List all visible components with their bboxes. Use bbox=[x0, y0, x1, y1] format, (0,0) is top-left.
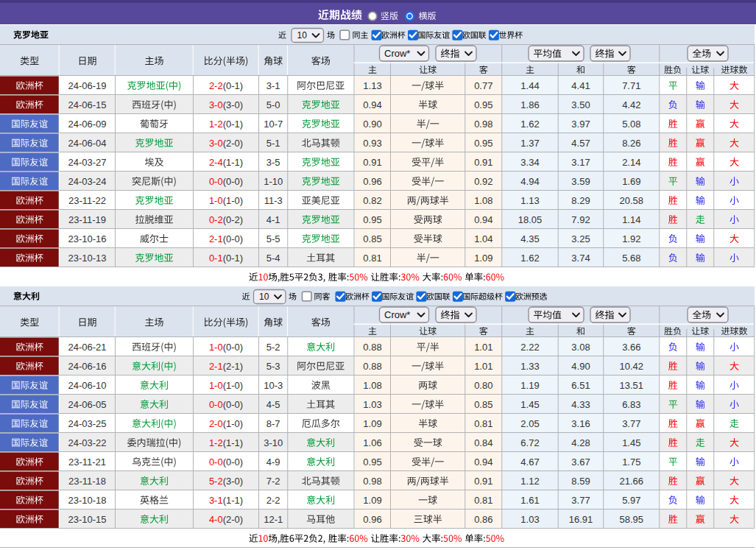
svg-text:7-2: 7-2 bbox=[266, 476, 280, 487]
svg-text:0.91: 0.91 bbox=[474, 476, 492, 487]
svg-text:24-06-04: 24-06-04 bbox=[68, 138, 106, 149]
svg-text:24-06-09: 24-06-09 bbox=[68, 119, 106, 130]
svg-text:24-03-24: 24-03-24 bbox=[68, 176, 106, 187]
svg-text:4.94: 4.94 bbox=[520, 176, 539, 187]
svg-text:0.85: 0.85 bbox=[474, 399, 492, 410]
svg-text:3.50: 3.50 bbox=[571, 99, 590, 110]
svg-text:1.33: 1.33 bbox=[520, 361, 539, 372]
svg-text:2-0(1-0): 2-0(1-0) bbox=[209, 418, 243, 429]
svg-text:12-1: 12-1 bbox=[264, 514, 283, 525]
svg-text:5-5: 5-5 bbox=[266, 233, 280, 244]
svg-text:0.85: 0.85 bbox=[363, 233, 381, 244]
svg-text:0.91: 0.91 bbox=[474, 157, 492, 168]
svg-text:3-0(3-0): 3-0(3-0) bbox=[209, 99, 243, 110]
svg-text:1.75: 1.75 bbox=[622, 456, 640, 468]
svg-text:3.77: 3.77 bbox=[571, 495, 590, 506]
svg-text:58.95: 58.95 bbox=[620, 514, 644, 525]
svg-text:0.95: 0.95 bbox=[474, 138, 492, 149]
svg-text:0.95: 0.95 bbox=[474, 99, 492, 110]
svg-text:0.81: 0.81 bbox=[474, 495, 492, 506]
svg-text:24-06-16: 24-06-16 bbox=[68, 361, 106, 372]
svg-text:1.62: 1.62 bbox=[520, 119, 539, 130]
svg-text:0.95: 0.95 bbox=[363, 456, 381, 468]
svg-text:1.04: 1.04 bbox=[474, 233, 492, 244]
svg-text:4.57: 4.57 bbox=[571, 138, 590, 149]
svg-text:3.74: 3.74 bbox=[571, 253, 590, 264]
svg-text:3-10: 3-10 bbox=[264, 437, 283, 448]
svg-text:10: 10 bbox=[297, 30, 308, 40]
svg-text:0.80: 0.80 bbox=[474, 380, 492, 391]
svg-text:16.91: 16.91 bbox=[569, 514, 593, 525]
svg-text:1-10: 1-10 bbox=[264, 176, 283, 187]
svg-text:0.94: 0.94 bbox=[474, 214, 492, 225]
svg-text:4-9: 4-9 bbox=[266, 456, 280, 468]
svg-text:1.62: 1.62 bbox=[520, 253, 539, 264]
svg-text:0.82: 0.82 bbox=[363, 195, 381, 206]
svg-text:18.05: 18.05 bbox=[518, 214, 543, 225]
svg-text:5.08: 5.08 bbox=[622, 119, 640, 130]
svg-text:3.67: 3.67 bbox=[571, 456, 590, 468]
svg-text:1.92: 1.92 bbox=[622, 233, 640, 244]
svg-text:0.96: 0.96 bbox=[363, 176, 381, 187]
svg-text:24-03-22: 24-03-22 bbox=[68, 437, 106, 448]
svg-text:10-3: 10-3 bbox=[264, 380, 283, 391]
svg-text:23-11-22: 23-11-22 bbox=[68, 195, 106, 206]
svg-text:3.34: 3.34 bbox=[520, 157, 539, 168]
svg-text:0-1(0-1): 0-1(0-1) bbox=[209, 253, 243, 264]
svg-text:23-11-21: 23-11-21 bbox=[68, 456, 106, 468]
svg-text:2-1(2-1): 2-1(2-1) bbox=[209, 361, 243, 372]
svg-text:1-0(1-0): 1-0(1-0) bbox=[209, 380, 243, 391]
svg-text:2-2(0-1): 2-2(0-1) bbox=[209, 80, 243, 91]
svg-text:1.13: 1.13 bbox=[520, 195, 539, 206]
svg-text:21.66: 21.66 bbox=[620, 476, 644, 487]
svg-text:3.25: 3.25 bbox=[571, 233, 590, 244]
svg-text:1.01: 1.01 bbox=[474, 361, 492, 372]
svg-text:3.16: 3.16 bbox=[571, 418, 590, 429]
svg-text:5-2(3-0): 5-2(3-0) bbox=[209, 476, 243, 487]
svg-text:1-0(0-0): 1-0(0-0) bbox=[209, 342, 243, 353]
svg-text:6.72: 6.72 bbox=[520, 437, 539, 448]
svg-text:1.14: 1.14 bbox=[622, 214, 640, 225]
svg-text:2.22: 2.22 bbox=[520, 342, 539, 353]
svg-text:2.05: 2.05 bbox=[520, 418, 539, 429]
svg-text:24-06-05: 24-06-05 bbox=[68, 399, 106, 410]
svg-text:0.81: 0.81 bbox=[363, 253, 381, 264]
svg-text:5-0: 5-0 bbox=[266, 99, 280, 110]
svg-text:7.92: 7.92 bbox=[571, 214, 590, 225]
svg-text:0.95: 0.95 bbox=[363, 214, 381, 225]
svg-text:8.26: 8.26 bbox=[622, 138, 640, 149]
svg-text:0.93: 0.93 bbox=[363, 138, 381, 149]
svg-text:4.67: 4.67 bbox=[520, 456, 539, 468]
svg-text:5-3: 5-3 bbox=[266, 361, 280, 372]
svg-text:6.83: 6.83 bbox=[622, 399, 640, 410]
svg-text:23-10-16: 23-10-16 bbox=[68, 233, 106, 244]
svg-text:4.41: 4.41 bbox=[571, 80, 590, 91]
svg-text:24-06-19: 24-06-19 bbox=[68, 80, 106, 91]
svg-text:1.01: 1.01 bbox=[474, 342, 492, 353]
svg-text:1.03: 1.03 bbox=[363, 399, 381, 410]
svg-text:1.09: 1.09 bbox=[363, 495, 381, 506]
svg-text:1.45: 1.45 bbox=[520, 399, 539, 410]
svg-text:0.96: 0.96 bbox=[363, 514, 381, 525]
svg-text:2.14: 2.14 bbox=[622, 157, 640, 168]
svg-text:7.71: 7.71 bbox=[622, 80, 640, 91]
svg-text:1.86: 1.86 bbox=[520, 99, 539, 110]
svg-text:1.09: 1.09 bbox=[474, 253, 492, 264]
svg-text:0.98: 0.98 bbox=[474, 119, 492, 130]
svg-text:3.59: 3.59 bbox=[571, 176, 590, 187]
svg-text:3-5: 3-5 bbox=[266, 157, 280, 168]
svg-text:0-0(0-0): 0-0(0-0) bbox=[209, 399, 243, 410]
svg-text:24-06-21: 24-06-21 bbox=[68, 342, 106, 353]
svg-text:3-1: 3-1 bbox=[266, 80, 280, 91]
svg-text:2-4(1-1): 2-4(1-1) bbox=[209, 157, 243, 168]
svg-text:24-03-27: 24-03-27 bbox=[68, 157, 106, 168]
svg-text:0.81: 0.81 bbox=[474, 418, 492, 429]
svg-text:1.13: 1.13 bbox=[363, 80, 381, 91]
svg-text:0.92: 0.92 bbox=[474, 176, 492, 187]
svg-text:0.84: 0.84 bbox=[474, 437, 492, 448]
svg-text:23-11-19: 23-11-19 bbox=[68, 214, 106, 225]
svg-text:1.09: 1.09 bbox=[363, 418, 381, 429]
svg-text:0.90: 0.90 bbox=[363, 119, 381, 130]
svg-text:4.33: 4.33 bbox=[571, 399, 590, 410]
svg-text:0.91: 0.91 bbox=[363, 157, 381, 168]
